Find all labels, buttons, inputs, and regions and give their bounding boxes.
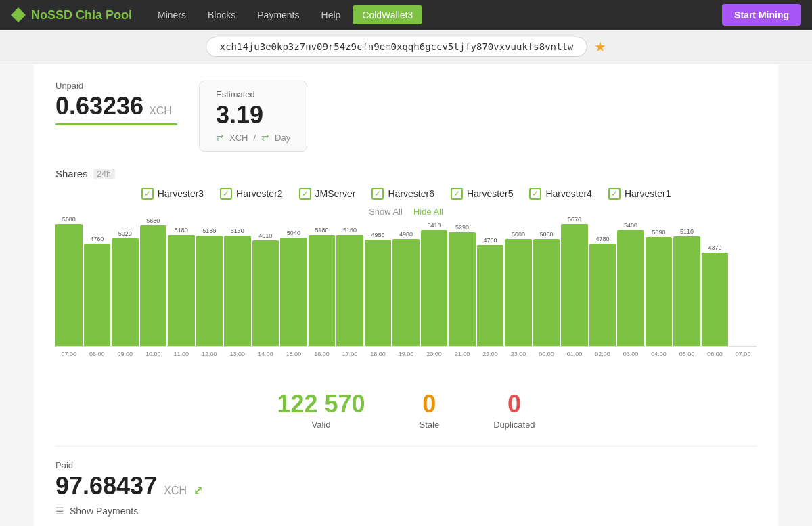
chart-bars: 5680476050205630518051305130491050405180…	[55, 225, 757, 347]
time-label-17: 00:00	[533, 351, 560, 357]
shares-chart: 5680476050205630518051305130491050405180…	[55, 225, 757, 374]
time-label-11: 18:00	[365, 351, 392, 357]
paid-external-link-icon[interactable]: ⤢	[194, 484, 202, 497]
bar-value-label-23: 4370	[708, 244, 722, 251]
bar-14	[449, 232, 476, 346]
nav-miners[interactable]: Miners	[148, 5, 196, 24]
wallet-address: xch14ju3e0kp3z7nv09r54z9cfn9em0xqqh6gccv…	[206, 37, 588, 57]
bar-17	[533, 239, 560, 346]
bar-wrapper-2: 5020	[112, 230, 139, 346]
unpaid-progress-bar	[55, 123, 177, 125]
harvester-item-jmserver[interactable]: ✓ JMServer	[299, 188, 356, 200]
estimated-units: ⇄ XCH / ⇄ Day	[216, 132, 290, 143]
time-labels: 07:0008:0009:0010:0011:0012:0013:0014:00…	[55, 347, 757, 357]
time-label-18: 01:00	[561, 351, 588, 357]
jmserver-checkbox[interactable]: ✓	[299, 188, 311, 200]
bar-2	[112, 238, 139, 346]
time-label-10: 17:00	[336, 351, 363, 357]
paid-section: Paid 97.68437 XCH ⤢ ☰ Show Payments	[55, 446, 757, 517]
nav-blocks[interactable]: Blocks	[198, 5, 245, 24]
bar-11	[365, 240, 392, 346]
bar-wrapper-22: 5110	[673, 228, 700, 346]
metrics-row: 122 570 Valid 0 Stale 0 Duplicated	[55, 376, 757, 446]
bar-wrapper-3: 5630	[140, 217, 167, 346]
bar-value-label-19: 4780	[596, 236, 610, 242]
bar-7	[252, 240, 279, 346]
nav-links: Miners Blocks Payments Help ColdWallet3	[148, 5, 722, 24]
duplicated-label: Duplicated	[493, 420, 535, 430]
unpaid-block: Unpaid 0.63236 XCH	[55, 81, 177, 125]
time-label-15: 22:00	[477, 351, 504, 357]
bar-wrapper-19: 4780	[589, 236, 616, 346]
valid-value: 122 570	[277, 390, 365, 418]
paid-label: Paid	[55, 460, 757, 470]
bar-wrapper-23: 4370	[702, 244, 729, 346]
bar-value-label-3: 5630	[146, 217, 160, 224]
time-label-4: 11:00	[168, 351, 195, 357]
bar-wrapper-16: 5000	[505, 231, 532, 346]
sync-day-icon: ⇄	[261, 132, 269, 143]
bar-18	[561, 224, 588, 346]
time-label-6: 13:00	[224, 351, 251, 357]
harvester4-checkbox[interactable]: ✓	[529, 188, 541, 200]
duplicated-value: 0	[493, 390, 535, 418]
bar-wrapper-20: 5400	[617, 222, 644, 346]
show-all-link[interactable]: Show All	[369, 206, 403, 217]
bar-16	[505, 239, 532, 346]
harvester5-checkbox[interactable]: ✓	[451, 188, 463, 200]
logo: NoSSD Chia Pool	[11, 7, 132, 22]
harvester-item-harvester3[interactable]: ✓ Harvester3	[141, 188, 204, 200]
bar-value-label-7: 4910	[258, 232, 272, 239]
harvester-item-harvester1[interactable]: ✓ Harvester1	[608, 188, 671, 200]
bar-8	[280, 238, 307, 346]
bar-wrapper-12: 4980	[392, 231, 420, 346]
harvester-item-harvester4[interactable]: ✓ Harvester4	[529, 188, 591, 200]
show-payments-row[interactable]: ☰ Show Payments	[55, 506, 757, 517]
time-label-0: 07:00	[55, 351, 83, 357]
bar-wrapper-5: 5130	[196, 227, 223, 346]
bar-19	[589, 244, 616, 346]
bar-13	[421, 230, 448, 346]
valid-metric: 122 570 Valid	[277, 390, 365, 430]
harvesters-row: ✓ Harvester3 ✓ Harvester2 ✓ JMServer ✓ H…	[55, 188, 757, 200]
nav-help[interactable]: Help	[312, 5, 351, 24]
valid-label: Valid	[277, 420, 365, 430]
bar-value-label-21: 5090	[652, 229, 666, 236]
bar-value-label-12: 4980	[399, 231, 413, 238]
show-payments-label[interactable]: Show Payments	[70, 506, 138, 517]
time-label-2: 09:00	[112, 351, 139, 357]
harvester-item-harvester2[interactable]: ✓ Harvester2	[220, 188, 282, 200]
bar-value-label-11: 4950	[371, 232, 384, 238]
time-label-24: 07:00	[729, 351, 757, 357]
bar-value-label-8: 5040	[287, 229, 300, 236]
time-label-20: 03:00	[617, 351, 644, 357]
time-label-1: 08:00	[84, 351, 111, 357]
harvester3-checkbox[interactable]: ✓	[141, 188, 154, 200]
favorite-star-icon[interactable]: ★	[594, 39, 606, 55]
time-label-5: 12:00	[196, 351, 223, 357]
bar-value-label-6: 5130	[231, 227, 244, 234]
start-mining-button[interactable]: Start Mining	[722, 4, 801, 26]
bar-15	[477, 245, 504, 346]
bar-wrapper-21: 5090	[646, 229, 673, 346]
hide-all-link[interactable]: Hide All	[413, 206, 443, 217]
harvester2-checkbox[interactable]: ✓	[220, 188, 232, 200]
logo-icon	[11, 7, 26, 22]
harvester1-checkbox[interactable]: ✓	[608, 188, 621, 200]
bar-value-label-1: 4760	[90, 236, 104, 242]
bar-wrapper-14: 5290	[449, 224, 476, 346]
bar-value-label-2: 5020	[118, 230, 132, 237]
estimated-value: 3.19	[216, 101, 290, 129]
nav-payments[interactable]: Payments	[248, 5, 309, 24]
harvester6-checkbox[interactable]: ✓	[371, 188, 384, 200]
bar-value-label-18: 5670	[568, 216, 581, 223]
stats-row: Unpaid 0.63236 XCH Estimated 3.19 ⇄ XCH …	[55, 81, 757, 152]
harvester-item-harvester5[interactable]: ✓ Harvester5	[451, 188, 513, 200]
bar-10	[336, 235, 363, 346]
wallet-bar: xch14ju3e0kp3z7nv09r54z9cfn9em0xqqh6gccv…	[0, 30, 812, 64]
sync-xch-icon: ⇄	[216, 132, 224, 143]
bar-1	[84, 244, 111, 346]
bar-value-label-14: 5290	[455, 224, 469, 231]
nav-coldwallet3[interactable]: ColdWallet3	[353, 5, 422, 24]
harvester-item-harvester6[interactable]: ✓ Harvester6	[371, 188, 434, 200]
